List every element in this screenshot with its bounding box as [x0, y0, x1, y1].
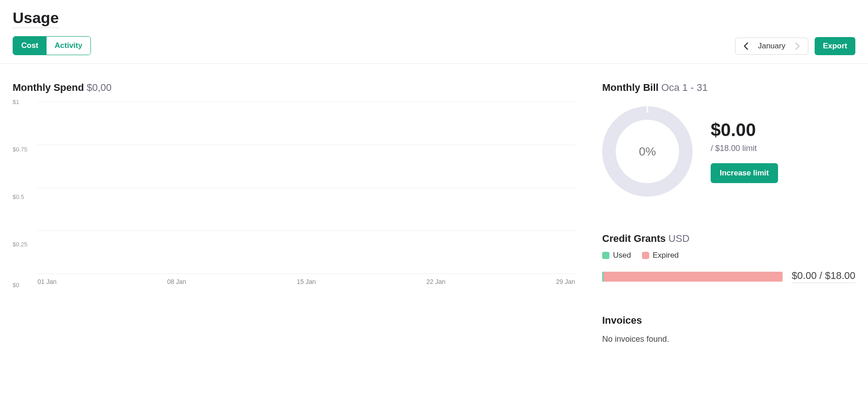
- credit-grants-currency: USD: [669, 233, 689, 244]
- x-tick: 22 Jan: [426, 278, 445, 292]
- monthly-spend-chart: $1 $0.75 $0.5 $0.25 $0 01 Jan 08 Jan 15 …: [13, 102, 575, 292]
- x-tick: 08 Jan: [167, 278, 186, 292]
- y-tick: $0.25: [13, 241, 28, 248]
- legend-used: Used: [602, 251, 631, 260]
- month-picker: January: [735, 38, 808, 55]
- bill-donut: 0%: [602, 106, 693, 197]
- swatch-used: [602, 252, 609, 259]
- page-title: Usage: [13, 9, 59, 28]
- y-tick: $0.75: [13, 146, 28, 153]
- x-tick: 29 Jan: [556, 278, 575, 292]
- chevron-right-icon[interactable]: [793, 42, 802, 50]
- monthly-spend-amount: $0,00: [87, 82, 112, 93]
- monthly-spend-title: Monthly Spend$0,00: [13, 82, 575, 94]
- y-tick: $1: [13, 99, 19, 105]
- export-button[interactable]: Export: [815, 37, 855, 55]
- view-tabs: Cost Activity: [13, 36, 91, 55]
- tab-activity[interactable]: Activity: [47, 37, 90, 55]
- y-tick: $0.5: [13, 193, 24, 200]
- monthly-bill-title: Monthly BillOca 1 - 31: [602, 82, 855, 94]
- credit-grants-title: Credit GrantsUSD: [602, 233, 855, 245]
- credit-grants-bar: [602, 272, 783, 282]
- monthly-bill-period: Oca 1 - 31: [661, 82, 708, 93]
- invoices-title: Invoices: [602, 315, 855, 326]
- x-tick: 01 Jan: [38, 278, 57, 292]
- bill-percent: 0%: [616, 120, 679, 183]
- x-tick: 15 Jan: [297, 278, 316, 292]
- increase-limit-button[interactable]: Increase limit: [711, 163, 778, 183]
- bill-limit: / $18.00 limit: [711, 144, 778, 153]
- bill-amount: $0.00: [711, 120, 778, 140]
- swatch-expired: [642, 252, 649, 259]
- invoices-empty: No invoices found.: [602, 335, 855, 344]
- chevron-left-icon[interactable]: [742, 42, 750, 50]
- credit-grants-amount: $0.00 / $18.00: [792, 270, 855, 283]
- y-tick: $0: [13, 282, 19, 288]
- month-label: January: [758, 42, 785, 51]
- tab-cost[interactable]: Cost: [13, 37, 47, 55]
- legend-expired: Expired: [642, 251, 679, 260]
